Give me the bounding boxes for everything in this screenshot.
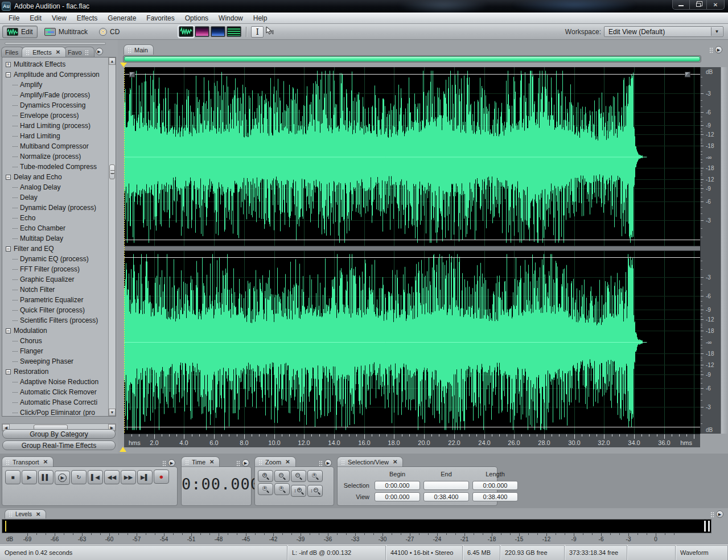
go-to-beginning-button[interactable]: ▌◀ xyxy=(88,470,103,484)
tab-levels[interactable]: Levels ✕ xyxy=(5,509,46,518)
hybrid-tool-button[interactable] xyxy=(264,26,276,38)
edit-view-button[interactable]: Edit xyxy=(2,26,38,38)
tree-category[interactable]: −Amplitude and Compression xyxy=(2,69,116,80)
tree-item[interactable]: Echo xyxy=(2,213,116,223)
panel-menu-button[interactable]: ▶ xyxy=(242,459,249,467)
tree-item[interactable]: Analog Delay xyxy=(2,182,116,192)
tree-item[interactable]: Normalize (process) xyxy=(2,151,116,162)
tab-favorites[interactable]: Favo xyxy=(64,47,94,57)
go-to-end-button[interactable]: ▶▌ xyxy=(137,470,153,484)
zoom-in-selection-right-button[interactable]: + xyxy=(274,483,290,495)
tree-category[interactable]: −Filter and EQ xyxy=(2,244,116,254)
tree-item[interactable]: Amplify/Fade (process) xyxy=(2,90,116,100)
tab-zoom[interactable]: Zoom ✕ xyxy=(254,456,296,467)
fast-forward-button[interactable]: ▶▶ xyxy=(121,470,136,484)
menu-options[interactable]: Options xyxy=(180,13,213,23)
tab-time[interactable]: Time ✕ xyxy=(181,456,220,467)
tree-item[interactable]: Hard Limiting (process) xyxy=(2,121,116,131)
collapse-icon[interactable]: − xyxy=(6,72,11,77)
menu-edit[interactable]: Edit xyxy=(24,13,47,23)
zoom-out-horizontal-button[interactable]: − xyxy=(274,470,290,482)
play-from-cursor-button[interactable]: ▶ xyxy=(55,471,70,485)
restore-button[interactable] xyxy=(690,0,707,9)
waveform-scrollbar-track[interactable] xyxy=(123,55,701,63)
panel-menu-button[interactable]: ▶ xyxy=(716,510,723,518)
tree-item[interactable]: Multitap Delay xyxy=(2,233,116,244)
multitrack-view-button[interactable]: Multitrack xyxy=(40,26,92,38)
scroll-down-icon[interactable]: ▼ xyxy=(109,409,116,416)
title-bar[interactable]: Au Adobe Audition - flac.flac ✕ xyxy=(0,0,728,13)
sv-field-selection-begin[interactable]: 0:00.000 xyxy=(375,481,420,490)
group-by-category-button[interactable]: Group By Category xyxy=(2,429,116,439)
tree-item[interactable]: Adaptive Noise Reduction xyxy=(2,377,116,387)
cursor-marker-bottom-icon[interactable] xyxy=(120,447,126,452)
stop-button[interactable]: ■ xyxy=(5,470,20,484)
vertical-zoom-strip[interactable] xyxy=(721,67,728,434)
menu-window[interactable]: Window xyxy=(213,13,248,23)
zoom-in-horizontal-button[interactable]: + xyxy=(258,470,273,482)
collapse-icon[interactable]: − xyxy=(6,328,11,333)
menu-favorites[interactable]: Favorites xyxy=(141,13,179,23)
close-icon[interactable]: ✕ xyxy=(56,49,60,55)
sv-field-view-begin[interactable]: 0:00.000 xyxy=(375,492,420,501)
tree-item[interactable]: Amplify xyxy=(2,80,116,90)
tree-item[interactable]: Echo Chamber xyxy=(2,223,116,233)
menu-help[interactable]: Help xyxy=(248,13,273,23)
sv-field-selection-end[interactable] xyxy=(423,481,469,490)
spectral-frequency-view-button[interactable] xyxy=(195,26,209,37)
cd-view-button[interactable]: CD xyxy=(94,26,124,38)
tree-item[interactable]: Scientific Filters (process) xyxy=(2,315,116,326)
workspace-dropdown[interactable]: Edit View (Default) ▼ xyxy=(604,26,723,37)
close-icon[interactable]: ✕ xyxy=(209,459,214,465)
panel-menu-button[interactable]: ▶ xyxy=(715,46,722,53)
cursor-marker-top-icon[interactable] xyxy=(120,63,127,67)
tree-item[interactable]: Click/Pop Eliminator (pro xyxy=(2,407,116,417)
tree-item[interactable]: Tube-modeled Compress xyxy=(2,162,116,172)
menu-view[interactable]: View xyxy=(47,13,72,23)
close-icon[interactable]: ✕ xyxy=(43,459,48,465)
tree-item[interactable]: Delay xyxy=(2,192,116,203)
tab-selection-view[interactable]: Selection/View ✕ xyxy=(337,456,403,467)
tree-item[interactable]: Chorus xyxy=(2,336,116,346)
tree-item[interactable]: Parametric Equalizer xyxy=(2,295,116,305)
collapse-icon[interactable]: − xyxy=(6,175,11,180)
zoom-out-vertical-button[interactable]: ↕− xyxy=(307,485,323,497)
zoom-in-selection-left-button[interactable]: + xyxy=(258,483,273,495)
minimize-button[interactable] xyxy=(673,0,690,9)
level-meter[interactable] xyxy=(2,519,711,533)
sv-field-view-length[interactable]: 0:38.400 xyxy=(472,492,518,501)
tree-item[interactable]: Dynamics Processing xyxy=(2,100,116,110)
loop-play-button[interactable]: ↻ xyxy=(71,470,87,484)
clip-indicator[interactable] xyxy=(708,521,710,532)
tree-category[interactable]: −Restoration xyxy=(2,367,116,377)
collapse-icon[interactable]: − xyxy=(6,369,11,374)
panel-menu-button[interactable]: ▶ xyxy=(168,459,175,467)
scrollbar-thumb[interactable] xyxy=(109,164,115,179)
waveform-scrollbar-thumb[interactable] xyxy=(124,56,700,61)
close-button[interactable]: ✕ xyxy=(707,0,724,9)
tree-item[interactable]: Envelope (process) xyxy=(2,110,116,121)
waveform-view-button[interactable] xyxy=(179,26,194,37)
sv-field-view-end[interactable]: 0:38.400 xyxy=(423,492,469,501)
expand-icon[interactable]: + xyxy=(6,62,11,67)
tree-item[interactable]: FFT Filter (process) xyxy=(2,264,116,274)
tree-item[interactable]: Dynamic Delay (process) xyxy=(2,203,116,213)
menu-generate[interactable]: Generate xyxy=(102,13,141,23)
tree-item[interactable]: Dynamic EQ (process) xyxy=(2,254,116,264)
waveform-display[interactable] xyxy=(124,67,700,434)
menu-effects[interactable]: Effects xyxy=(72,13,102,23)
close-icon[interactable]: ✕ xyxy=(36,511,40,517)
record-button[interactable]: ● xyxy=(154,470,169,484)
tree-category[interactable]: −Delay and Echo xyxy=(2,172,116,182)
menu-file[interactable]: File xyxy=(3,13,24,23)
timeline-ruler[interactable]: 2.04.06.08.010.012.014.016.018.020.022.0… xyxy=(124,434,700,447)
zoom-out-full-button[interactable]: − xyxy=(291,470,306,482)
tree-item[interactable]: Graphic Equalizer xyxy=(2,274,116,285)
tree-item[interactable]: Flanger xyxy=(2,346,116,356)
chevron-down-icon[interactable]: ▼ xyxy=(711,27,722,36)
amplitude-ruler[interactable]: -3-6-9-12-18-3-6-9-12-18-∞-3-6-9-12-18-3… xyxy=(700,67,721,434)
tab-transport[interactable]: Transport ✕ xyxy=(2,456,54,467)
tree-vertical-scrollbar[interactable]: ▲ ▼ xyxy=(108,57,116,416)
spectral-phase-view-button[interactable] xyxy=(227,26,241,37)
collapse-icon[interactable]: − xyxy=(6,246,11,252)
